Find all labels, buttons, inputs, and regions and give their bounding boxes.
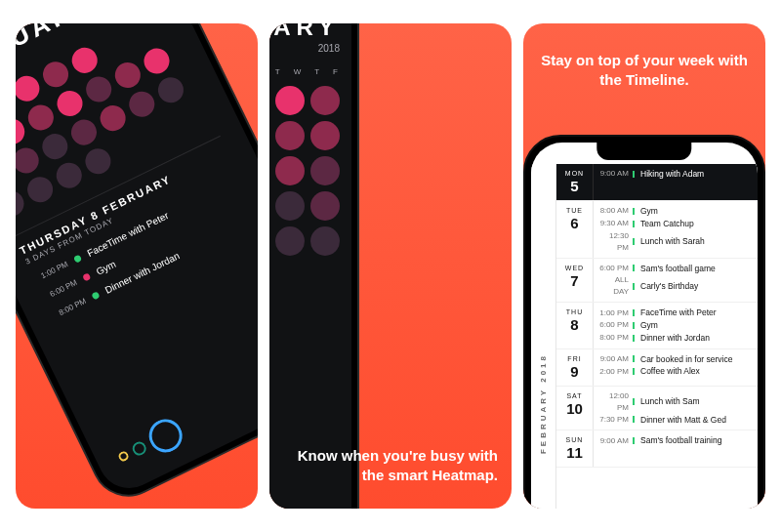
timeline-event[interactable]: 7:30 PMDinner with Matt & Ged (599, 414, 752, 427)
event-time: 9:30 AM (599, 218, 629, 229)
heatmap-grid[interactable] (269, 86, 340, 256)
timeline-events: 1:00 PMFaceTime with Peter6:00 PMGym8:00… (594, 303, 758, 348)
heatmap-day[interactable] (275, 226, 305, 256)
event-label: Sam's football game (640, 263, 716, 275)
event-row[interactable]: 6:00 PM Gym (41, 192, 253, 303)
event-color-mark (633, 238, 637, 245)
timeline-dow: WED (556, 265, 593, 271)
timeline-events: 6:00 PMSam's football gameALL DAYCarly's… (594, 259, 758, 303)
timeline-day[interactable]: FRI99:00 AMCar booked in for service2:00… (556, 349, 758, 387)
timeline-rail-label: FEBRUARY 2018 (539, 353, 548, 454)
event-color-mark (633, 221, 637, 227)
event-color-mark (633, 322, 637, 329)
heatmap-day[interactable] (275, 86, 305, 115)
heatmap-day[interactable] (82, 72, 116, 106)
timeline-day[interactable]: MON59:00 AMHiking with Adam (556, 164, 758, 201)
heatmap-day[interactable] (275, 191, 305, 221)
ring-icon[interactable] (130, 439, 148, 458)
heatmap-day[interactable] (125, 87, 159, 121)
timeline-event[interactable]: 12:30 PMLunch with Sarah (599, 230, 752, 254)
heatmap-day[interactable] (38, 130, 72, 164)
heatmap-day[interactable] (16, 186, 28, 221)
timeline-event[interactable]: 9:00 AMCar booked in for service (599, 353, 752, 366)
heatmap-day[interactable] (53, 87, 87, 121)
heatmap-day[interactable] (81, 144, 115, 179)
timeline-event[interactable]: 8:00 AMGym (599, 205, 752, 218)
heatmap-day[interactable] (16, 143, 43, 178)
heatmap-day[interactable] (23, 101, 58, 135)
heatmap-day[interactable] (67, 43, 102, 77)
timeline-event[interactable]: 12:00 PMLunch with Sam (599, 390, 752, 414)
event-time: 2:00 PM (599, 366, 629, 378)
timeline-dow: SUN (556, 436, 593, 443)
month-label: FEBRUARY (269, 23, 340, 41)
timeline-event[interactable]: 9:00 AMHiking with Adam (599, 168, 752, 181)
timeline-dow: FRI (556, 355, 593, 362)
timeline-daynum: 10 (556, 400, 593, 417)
ring-icon[interactable] (144, 414, 187, 458)
event-time: 1:00 PM (599, 307, 629, 319)
timeline-day[interactable]: SUN119:00 AMSam's football training (556, 430, 758, 468)
ring-icon[interactable] (117, 450, 130, 463)
event-time: 12:00 PM (599, 390, 629, 414)
weekday-label: F (333, 67, 338, 76)
timeline-events: 12:00 PMLunch with Sam7:30 PMDinner with… (594, 387, 758, 430)
timeline-daynum: 7 (556, 272, 593, 289)
timeline-daynum: 6 (556, 215, 593, 231)
heatmap-day[interactable] (310, 156, 340, 185)
timeline-event[interactable]: 2:00 PMCoffee with Alex (599, 365, 752, 378)
timeline-day[interactable]: TUE68:00 AMGym9:30 AMTeam Catchup12:30 P… (556, 201, 758, 259)
event-label: FaceTime with Peter (640, 307, 717, 319)
heatmap-day[interactable] (16, 71, 44, 105)
timeline-event[interactable]: 6:00 PMSam's football game (599, 263, 752, 275)
heatmap-day[interactable] (23, 173, 58, 207)
heatmap-day[interactable] (110, 59, 144, 93)
heatmap-day[interactable] (310, 191, 340, 221)
timeline-day-header: THU8 (556, 303, 594, 348)
timeline-day[interactable]: SAT1012:00 PMLunch with Sam7:30 PMDinner… (556, 387, 758, 431)
timeline-events: 9:00 AMSam's football training (594, 430, 758, 467)
timeline-events: 9:00 AMCar booked in for service2:00 PMC… (594, 349, 758, 386)
year-label: 2018 (269, 43, 340, 54)
event-time: 12:30 PM (599, 230, 629, 254)
heatmap-day[interactable] (154, 73, 188, 107)
timeline-event[interactable]: 1:00 PMFaceTime with Peter (599, 307, 752, 319)
event-color-dot (73, 254, 82, 263)
event-time: 8:00 PM (599, 332, 629, 344)
timeline-daynum: 11 (556, 444, 593, 461)
event-label: Team Catchup (640, 218, 694, 230)
phone-notch (596, 143, 691, 160)
event-color-mark (633, 416, 637, 423)
event-color-mark (633, 309, 637, 316)
heatmap-day[interactable] (275, 156, 305, 185)
heatmap-day[interactable] (140, 44, 174, 78)
timeline-event[interactable]: 8:00 PMDinner with Jordan (599, 332, 752, 345)
timeline-event[interactable]: 9:30 AMTeam Catchup (599, 218, 752, 230)
heatmap-day[interactable] (275, 121, 305, 150)
event-label: Gym (640, 319, 658, 332)
panel-caption: Stay on top of your week with the Timeli… (537, 51, 752, 91)
heatmap-day[interactable] (52, 158, 86, 192)
timeline-day[interactable]: THU81:00 PMFaceTime with Peter6:00 PMGym… (556, 303, 758, 348)
heatmap-day[interactable] (310, 226, 340, 256)
timeline-event[interactable]: 9:00 AMSam's football training (599, 434, 752, 447)
event-time: 9:00 AM (599, 435, 629, 447)
event-color-dot (82, 272, 91, 281)
heatmap-day[interactable] (16, 115, 29, 149)
event-time: 6:00 PM (599, 263, 629, 274)
event-color-mark (633, 283, 637, 290)
timeline-event[interactable]: 6:00 PMGym (599, 319, 752, 332)
heatmap-day[interactable] (310, 86, 340, 115)
calendar-filter-rings[interactable] (112, 414, 188, 473)
event-color-mark (633, 355, 637, 362)
phone-frame: FEBRUARY 2018 S S M T W T F (269, 23, 359, 509)
heatmap-day[interactable] (310, 121, 340, 150)
event-label: Carly's Birthday (640, 280, 698, 293)
timeline-event[interactable]: ALL DAYCarly's Birthday (599, 274, 752, 298)
heatmap-day[interactable] (96, 102, 130, 136)
heatmap-day[interactable] (39, 58, 73, 92)
timeline-day[interactable]: WED76:00 PMSam's football gameALL DAYCar… (556, 259, 758, 304)
timeline-daynum: 9 (556, 363, 593, 380)
timeline-dow: TUE (556, 207, 593, 214)
heatmap-day[interactable] (67, 115, 102, 149)
